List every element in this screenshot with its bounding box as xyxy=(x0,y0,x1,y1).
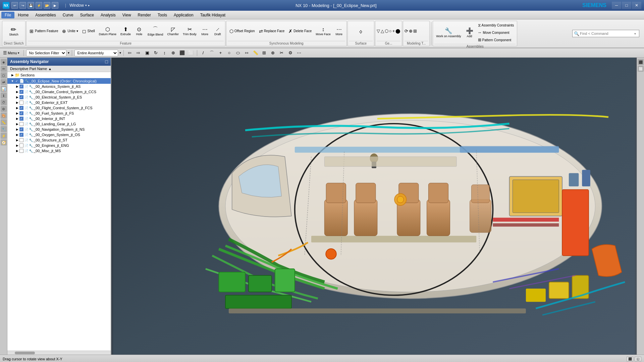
left-icon-12[interactable]: ⚡ xyxy=(1,133,7,139)
tree-item-misc[interactable]: ▶ 📄 🔧 _00_Misc_jt_MS xyxy=(7,148,111,154)
status-expand-button[interactable]: ◱ xyxy=(635,357,641,361)
right-icon-2[interactable]: ⬜ xyxy=(638,66,644,72)
checkbox-avionics[interactable]: ✓ xyxy=(19,84,23,88)
clip-icon[interactable]: ✂ xyxy=(278,49,285,57)
save-button[interactable]: 💾 xyxy=(28,2,34,9)
left-icon-13[interactable]: 🧭 xyxy=(1,139,7,145)
checkbox-misc[interactable] xyxy=(19,149,23,153)
left-icon-5[interactable]: 📊 xyxy=(1,86,7,92)
rotate-icon[interactable]: ↻ xyxy=(152,49,160,57)
find-command-input[interactable] xyxy=(580,32,634,36)
tree-item-root[interactable]: ▼ ✓ 📄 🔧 _00_Eclipse_New (Order: Chronolo… xyxy=(7,78,111,84)
left-icon-4[interactable]: ⇄ xyxy=(1,79,7,85)
selection-filter-select[interactable]: No Selection Filter xyxy=(26,50,66,56)
checkbox-flight[interactable]: ✓ xyxy=(19,106,23,110)
undo-button[interactable]: ↩ xyxy=(11,2,18,9)
menu-application[interactable]: Application xyxy=(170,12,197,18)
nav-column-header[interactable]: Descriptive Part Name ▲ xyxy=(7,66,111,72)
ellipse-icon[interactable]: ⬭ xyxy=(234,49,242,57)
status-view-toggle[interactable]: ⬛ xyxy=(627,357,633,361)
menu-curve[interactable]: Curve xyxy=(59,12,77,18)
tree-item-climate[interactable]: ▶ ✓ 📄 🔧 _00_Climate_Control_System_jt_CC… xyxy=(7,89,111,95)
pattern-component-button[interactable]: ⊞ Pattern Component xyxy=(476,37,516,43)
surface-button[interactable]: ⬨ xyxy=(355,26,367,37)
draft-button[interactable]: ⟋ Draft xyxy=(212,25,224,37)
modeling-t-icon-3[interactable]: ⊞ xyxy=(413,28,417,34)
redo-button[interactable]: ↪ xyxy=(19,2,26,9)
tree-item-landing[interactable]: ▶ 📄 🔧 _00_Landing_Gear_jt_LG xyxy=(7,121,111,127)
hole-button[interactable]: ⊙ Hole xyxy=(133,25,145,37)
menu-render[interactable]: Render xyxy=(135,12,154,18)
scope-dropdown[interactable]: ▾ xyxy=(119,51,121,55)
trim-body-button[interactable]: ✂ Trim Body xyxy=(181,25,198,37)
extrude-button[interactable]: ⬆ Extrude xyxy=(119,25,132,37)
fit-icon[interactable]: ⬜ xyxy=(187,49,195,57)
tree-item-electrical[interactable]: ▶ ✓ 📄 🔧 _00_Electrical_System_jt_ES xyxy=(7,95,111,100)
shell-button[interactable]: ◻ Shell xyxy=(80,27,97,35)
add-button[interactable]: ➕ Add xyxy=(464,26,476,39)
checkbox-electrical[interactable]: ✓ xyxy=(19,95,23,99)
sync-more-button[interactable]: ⋯ More xyxy=(333,25,345,37)
chamfer-button[interactable]: ◸ Chamfer xyxy=(165,25,180,37)
tree-item-engines[interactable]: ▶ 📄 🔧 _00_Engines_jt_ENG xyxy=(7,143,111,148)
left-icon-10[interactable]: 📏 xyxy=(1,119,7,125)
extra-icon[interactable]: ⋯ xyxy=(296,49,303,57)
dropdown-icon[interactable]: ▾ xyxy=(634,32,636,36)
find-command-bar[interactable]: 🔍 ▾ xyxy=(572,30,639,37)
checkbox-exterior[interactable] xyxy=(19,101,23,105)
line-icon[interactable]: / xyxy=(200,49,207,57)
filter-icon[interactable]: ▣ xyxy=(144,49,151,57)
scope-select[interactable]: Entire Assembly xyxy=(74,50,118,56)
unite-button[interactable]: ⊕ Unite ▾ xyxy=(60,27,79,35)
ge-icon-4[interactable]: ○ xyxy=(389,28,392,34)
checkbox-interior[interactable]: ✓ xyxy=(19,117,23,121)
menu-view[interactable]: View xyxy=(119,12,135,18)
zoom-icon[interactable]: ⊕ xyxy=(170,49,177,57)
right-icon-1[interactable]: ⬛ xyxy=(638,59,644,65)
ge-icon-1[interactable]: ▽ xyxy=(377,28,380,34)
expand-sections[interactable]: ▶ xyxy=(10,73,15,77)
left-icon-7[interactable]: ⏱ xyxy=(1,99,7,105)
open-button[interactable]: 📂 xyxy=(44,2,50,9)
left-icon-2[interactable]: ✏ xyxy=(1,66,7,72)
checkbox-oxygen[interactable]: ✓ xyxy=(19,133,23,137)
pan-icon[interactable]: ↕ xyxy=(161,49,168,57)
viewport-3d[interactable] xyxy=(111,58,637,355)
expand-fuel[interactable]: ▶ xyxy=(15,112,19,115)
left-icon-8[interactable]: ⚙ xyxy=(1,106,7,112)
expand-climate[interactable]: ▶ xyxy=(15,90,19,94)
checkbox-climate[interactable]: ✓ xyxy=(19,90,23,94)
expand-misc[interactable]: ▶ xyxy=(15,149,19,153)
checkbox-engines[interactable] xyxy=(19,143,23,147)
constraint-icon[interactable]: ⊞ xyxy=(261,49,268,57)
ge-icon-6[interactable]: ⬤ xyxy=(395,28,400,34)
nav-close-icon[interactable]: □ xyxy=(105,59,108,64)
expand-oxygen[interactable]: ▶ xyxy=(15,133,19,136)
ge-icon-5[interactable]: + xyxy=(392,28,395,34)
pattern-feature-button[interactable]: ⊞ Pattern Feature xyxy=(28,27,60,35)
left-icon-3[interactable]: ⬡ xyxy=(1,72,7,78)
menu-surface[interactable]: Surface xyxy=(77,12,97,18)
tree-item-oxygen[interactable]: ▶ ✓ 📄 🔧 _00_Oxygen_System_jt_OS xyxy=(7,132,111,137)
assembly-constraints-button[interactable]: ⧖ Assembly Constraints xyxy=(476,22,516,28)
snap2-icon[interactable]: ⇨ xyxy=(135,49,142,57)
execute-button[interactable]: ⚡ xyxy=(36,2,42,9)
expand-flight[interactable]: ▶ xyxy=(15,106,19,110)
ge-icon-3[interactable]: ⬡ xyxy=(385,28,388,34)
checkbox-navigation[interactable]: ✓ xyxy=(19,127,23,131)
tree-item-flight[interactable]: ▶ ✓ 📄 🔧 _00_Flight_Control_System_jt_FCS xyxy=(7,105,111,111)
arc-icon[interactable]: ⌒ xyxy=(208,49,216,57)
checkbox-landing[interactable] xyxy=(19,122,23,126)
modeling-t-icon-2[interactable]: ⊕ xyxy=(409,28,413,34)
tree-item-navigation[interactable]: ▶ ✓ 📄 🔧 _00_Navigation_System_jt_NS xyxy=(7,127,111,132)
edge-blend-button[interactable]: ⌒ Edge Blend xyxy=(146,25,165,37)
scrollbar-thumb[interactable] xyxy=(15,352,35,354)
datum-plane-button[interactable]: ⬡ Datum Plane xyxy=(97,25,118,37)
expand-navigation[interactable]: ▶ xyxy=(15,128,19,131)
menu-tools[interactable]: Tools xyxy=(154,12,170,18)
maximize-button[interactable]: □ xyxy=(622,2,631,9)
delete-face-button[interactable]: ✗ Delete Face xyxy=(287,27,313,35)
tree-item-sections[interactable]: ▶ 📁 Sections xyxy=(7,72,111,78)
expand-exterior[interactable]: ▶ xyxy=(15,101,19,104)
close-button[interactable]: ✕ xyxy=(632,2,641,9)
